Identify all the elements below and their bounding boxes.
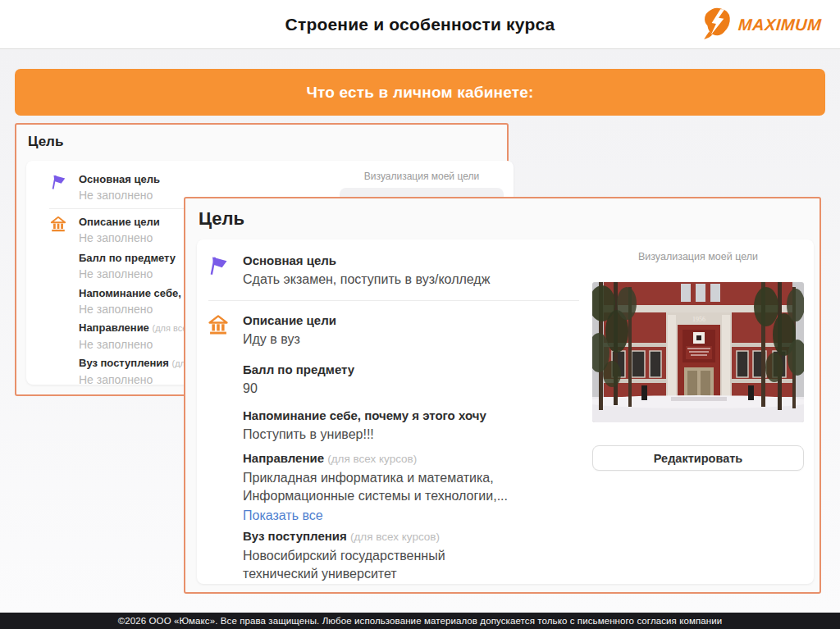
slide-body: Что есть в личном кабинете: Цель Основна… <box>0 49 840 613</box>
section-banner-text: Что есть в личном кабинете: <box>306 84 533 102</box>
maximum-logo-text: MAXIMUM <box>737 16 822 34</box>
goal-field-description: Описание цели Иду в вуз <box>243 312 604 349</box>
goal-field-direction: Направление (для всех курсов) Прикладная… <box>243 450 604 523</box>
slide: Строение и особенности курса MAXIMUM Что… <box>0 0 840 629</box>
goal-card-filled: Цель Основная цель Сдать экзамен, поступ… <box>184 197 821 594</box>
goal-fields: Основная цель Сдать экзамен, поступить в… <box>243 253 604 583</box>
section-banner: Что есть в личном кабинете: <box>15 69 825 116</box>
goal-field-university: Вуз поступления (для всех курсов) Новоси… <box>243 528 604 583</box>
visualization-label: Визуализация моей цели <box>340 171 504 182</box>
divider <box>208 300 579 301</box>
goal-visualization: Визуализация моей цели <box>592 251 804 471</box>
visualization-label: Визуализация моей цели <box>592 251 804 262</box>
copyright-footer: ©2026 ООО «Юмакс». Все права защищены. Л… <box>0 613 840 629</box>
goal-panel: Основная цель Сдать экзамен, поступить в… <box>197 239 814 584</box>
bank-icon <box>207 314 230 340</box>
goal-field-reminder: Напоминание себе, почему я этого хочу По… <box>243 408 604 444</box>
copyright-text: ©2026 ООО «Юмакс». Все права защищены. Л… <box>118 616 723 626</box>
goal-photo-university-building: 1956 <box>592 282 804 422</box>
edit-button[interactable]: Редактировать <box>592 445 804 471</box>
goal-field-score: Балл по предмету 90 <box>243 362 604 398</box>
flag-icon <box>207 254 230 280</box>
maximum-logo: MAXIMUM <box>701 6 830 43</box>
bank-icon <box>49 216 67 237</box>
show-all-link[interactable]: Показать все <box>243 508 323 523</box>
goal-card-title: Цель <box>28 134 507 150</box>
maximum-logo-icon <box>701 6 735 43</box>
flag-icon <box>49 173 67 194</box>
goal-card-title: Цель <box>199 208 819 230</box>
goal-field-main: Основная цель Сдать экзамен, поступить в… <box>243 253 604 289</box>
slide-header: Строение и особенности курса MAXIMUM <box>0 0 840 49</box>
svg-text:1956: 1956 <box>692 316 705 323</box>
